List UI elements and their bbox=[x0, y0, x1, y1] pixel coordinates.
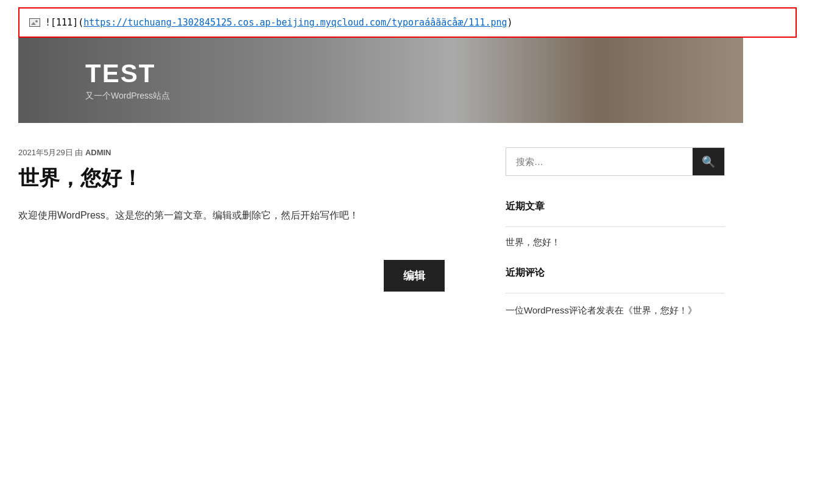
search-button[interactable]: 🔍 bbox=[693, 148, 724, 175]
article-title: 世界，您好！ bbox=[18, 164, 481, 192]
search-icon: 🔍 bbox=[702, 155, 715, 169]
edit-button-wrap: 编辑 bbox=[18, 260, 445, 292]
article-area: 2021年5月29日 由 ADMIN 世界，您好！ 欢迎使用WordPress。… bbox=[18, 147, 481, 336]
editor-content: ![111](https://tuchuang-1302845125.cos.a… bbox=[45, 17, 513, 28]
recent-comments-title: 近期评论 bbox=[506, 267, 725, 284]
main-layout: 2021年5月29日 由 ADMIN 世界，您好！ 欢迎使用WordPress。… bbox=[18, 147, 797, 336]
site-title: TEST bbox=[85, 59, 743, 88]
recent-comment-item: 一位WordPress评论者发表在《世界，您好！》 bbox=[506, 303, 725, 318]
editor-url[interactable]: https://tuchuang-1302845125.cos.ap-beiji… bbox=[83, 17, 507, 28]
recent-post-link[interactable]: 世界，您好！ bbox=[506, 237, 725, 248]
sidebar: 🔍 近期文章 世界，您好！ 近期评论 一位WordPress评论者发表在《世界，… bbox=[506, 147, 725, 336]
by-label: 由 bbox=[75, 148, 83, 157]
article-date: 2021年5月29日 bbox=[18, 148, 73, 157]
article-meta: 2021年5月29日 由 ADMIN bbox=[18, 147, 481, 158]
article-content: 欢迎使用WordPress。这是您的第一篇文章。编辑或删除它，然后开始写作吧！ bbox=[18, 207, 481, 223]
recent-comments-section: 近期评论 一位WordPress评论者发表在《世界，您好！》 bbox=[506, 267, 725, 318]
recent-comments-divider bbox=[506, 293, 725, 293]
recent-posts-divider bbox=[506, 226, 725, 227]
recent-posts-section: 近期文章 世界，您好！ bbox=[506, 200, 725, 248]
site-subtitle: 又一个WordPress站点 bbox=[85, 91, 743, 102]
editor-bar: ![111](https://tuchuang-1302845125.cos.a… bbox=[18, 7, 797, 38]
edit-button[interactable]: 编辑 bbox=[384, 260, 445, 292]
search-input[interactable] bbox=[506, 148, 693, 175]
editor-alt-text: [111] bbox=[51, 17, 78, 28]
image-icon bbox=[29, 18, 40, 27]
hero-banner: TEST 又一个WordPress站点 bbox=[18, 38, 743, 123]
article-author: ADMIN bbox=[85, 148, 111, 157]
recent-posts-title: 近期文章 bbox=[506, 200, 725, 218]
search-box: 🔍 bbox=[506, 147, 725, 176]
